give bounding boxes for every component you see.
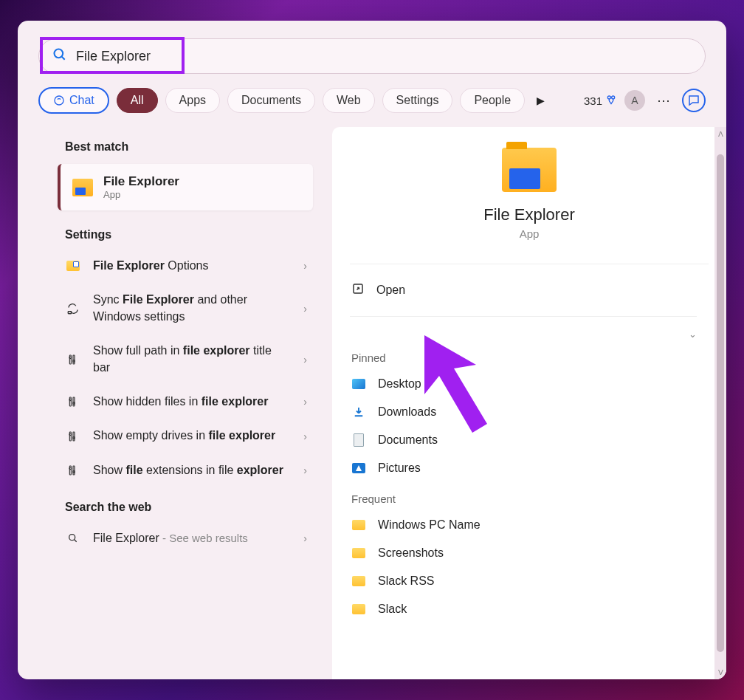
filter-settings[interactable]: Settings <box>382 88 453 113</box>
svg-point-13 <box>73 402 75 405</box>
windows-search-panel: Chat All Apps Documents Web Settings Peo… <box>18 21 726 679</box>
frequent-item-label: Windows PC Name <box>378 518 480 532</box>
scroll-thumb[interactable] <box>717 154 724 652</box>
filter-people[interactable]: People <box>460 88 525 113</box>
main-area: Best match File Explorer App Settings Fi… <box>18 124 726 679</box>
search-bar-container <box>18 21 726 78</box>
filter-all[interactable]: All <box>117 88 158 113</box>
file-explorer-icon <box>502 148 557 192</box>
settings-item-icon <box>65 302 81 315</box>
chevron-right-icon: › <box>303 354 307 366</box>
filter-row: Chat All Apps Documents Web Settings Peo… <box>18 78 726 124</box>
best-match-result[interactable]: File Explorer App <box>58 164 313 210</box>
settings-item-text: Show file extensions in file explorer <box>93 462 292 478</box>
settings-result[interactable]: File Explorer Options› <box>31 249 320 283</box>
pinned-item-label: Pictures <box>378 461 421 475</box>
filter-documents[interactable]: Documents <box>227 88 315 113</box>
settings-result[interactable]: Show file extensions in file explorer› <box>31 453 320 487</box>
svg-rect-15 <box>73 432 75 441</box>
scrollbar[interactable]: ᐱ ᐯ <box>714 127 726 679</box>
svg-point-3 <box>607 96 610 99</box>
play-icon[interactable]: ▶ <box>532 95 549 106</box>
scroll-up-icon[interactable]: ᐱ <box>718 127 723 141</box>
svg-point-16 <box>69 433 72 436</box>
file-explorer-icon <box>72 179 93 196</box>
open-action[interactable]: Open <box>332 275 726 306</box>
filter-apps[interactable]: Apps <box>165 88 220 113</box>
expand-actions[interactable]: ⌄ <box>332 327 726 341</box>
filter-web[interactable]: Web <box>323 88 375 113</box>
svg-point-9 <box>73 360 75 362</box>
folder-icon <box>351 546 366 560</box>
svg-point-2 <box>55 96 63 105</box>
settings-item-icon <box>65 353 81 366</box>
frequent-item[interactable]: Screenshots <box>332 539 726 567</box>
pinned-item-icon <box>351 461 366 476</box>
svg-point-21 <box>73 471 75 473</box>
settings-item-text: Sync File Explorer and other Windows set… <box>93 292 292 325</box>
settings-item-icon <box>65 464 81 477</box>
pinned-item[interactable]: Pictures <box>332 454 726 482</box>
filter-chat[interactable]: Chat <box>38 87 109 114</box>
best-match-subtitle: App <box>103 189 179 200</box>
frequent-item[interactable]: Slack <box>332 595 726 623</box>
folder-icon <box>351 574 366 589</box>
pinned-item-icon <box>351 405 366 419</box>
settings-item-icon <box>65 261 81 271</box>
search-web-label: Search the web <box>31 487 320 521</box>
chevron-right-icon: › <box>303 303 307 315</box>
frequent-item-label: Slack RSS <box>378 574 434 588</box>
chevron-right-icon: › <box>303 430 307 442</box>
settings-item-text: Show hidden files in file explorer <box>93 394 292 410</box>
best-match-label: Best match <box>31 127 320 161</box>
pinned-item-label: Downloads <box>378 405 436 419</box>
settings-result[interactable]: Sync File Explorer and other Windows set… <box>31 283 320 334</box>
chevron-right-icon: › <box>303 464 307 476</box>
chevron-down-icon: ⌄ <box>689 329 697 340</box>
app-hero: File Explorer App <box>332 127 726 253</box>
pinned-label: Pinned <box>332 341 726 370</box>
frequent-item[interactable]: Slack RSS <box>332 567 726 595</box>
pinned-item-label: Desktop <box>378 377 421 391</box>
scroll-down-icon[interactable]: ᐯ <box>718 665 723 679</box>
settings-item-text: File Explorer Options <box>93 258 292 274</box>
pinned-item[interactable]: Downloads <box>332 398 726 426</box>
svg-point-0 <box>55 49 63 58</box>
filter-chat-label: Chat <box>69 94 94 107</box>
settings-result[interactable]: Show empty drives in file explorer› <box>31 419 320 453</box>
folder-icon <box>351 602 366 617</box>
settings-result[interactable]: Show hidden files in file explorer› <box>31 385 320 419</box>
bing-chat-icon[interactable] <box>682 89 706 112</box>
search-icon <box>52 47 67 65</box>
frequent-item-label: Screenshots <box>378 546 444 560</box>
pinned-item-label: Documents <box>378 433 438 447</box>
svg-rect-7 <box>73 355 75 364</box>
hero-subtitle: App <box>520 227 540 240</box>
search-bar[interactable] <box>38 38 706 74</box>
settings-result[interactable]: Show full path in file explorer title ba… <box>31 334 320 385</box>
search-icon <box>65 532 81 544</box>
pinned-item[interactable]: Desktop <box>332 370 726 398</box>
settings-item-icon <box>65 430 81 443</box>
svg-point-8 <box>69 357 72 359</box>
chevron-right-icon: › <box>303 532 307 544</box>
chevron-right-icon: › <box>303 396 307 408</box>
pinned-item[interactable]: Documents <box>332 426 726 454</box>
svg-point-4 <box>612 96 615 99</box>
rewards-points[interactable]: 331 <box>584 95 617 107</box>
results-column: Best match File Explorer App Settings Fi… <box>18 124 328 679</box>
user-avatar[interactable]: A <box>624 90 645 111</box>
hero-title: File Explorer <box>483 205 574 224</box>
svg-rect-11 <box>73 397 75 406</box>
settings-item-text: Show full path in file explorer title ba… <box>93 343 292 376</box>
web-result[interactable]: File Explorer - See web results › <box>31 521 320 555</box>
open-icon <box>351 282 365 298</box>
pinned-item-icon <box>351 377 366 391</box>
best-match-title: File Explorer <box>103 174 179 189</box>
frequent-item-label: Slack <box>378 603 407 616</box>
search-input[interactable] <box>76 49 692 64</box>
chevron-right-icon: › <box>303 260 307 272</box>
more-icon[interactable]: ⋯ <box>652 92 675 109</box>
frequent-item[interactable]: Windows PC Name <box>332 511 726 539</box>
settings-item-icon <box>65 395 81 408</box>
